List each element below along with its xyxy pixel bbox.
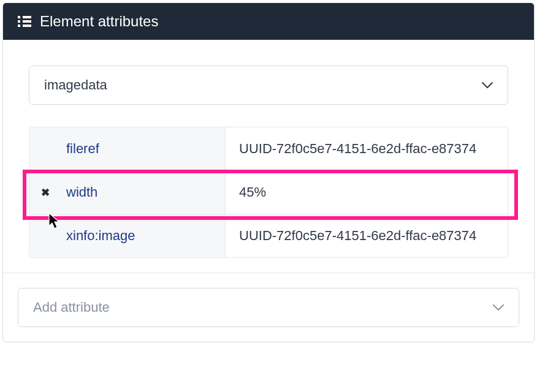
panel-header: Element attributes — [3, 3, 534, 40]
remove-icon[interactable]: ✖ — [40, 186, 50, 199]
attributes-table: ✖ fileref UUID-72f0c5e7-4151-6e2d-ffac-e… — [29, 127, 508, 258]
element-select-value: imagedata — [44, 77, 107, 93]
element-attributes-panel: Element attributes imagedata ✖ fileref U… — [2, 2, 535, 342]
panel-title: Element attributes — [40, 13, 158, 30]
attribute-name: width — [66, 184, 97, 200]
attribute-name-cell: ✖ width — [29, 171, 226, 214]
chevron-down-icon — [482, 82, 493, 88]
attribute-value-cell[interactable]: UUID-72f0c5e7-4151-6e2d-ffac-e87374 — [226, 214, 508, 257]
attribute-value-cell[interactable]: UUID-72f0c5e7-4151-6e2d-ffac-e87374 — [226, 127, 508, 170]
table-row[interactable]: ✖ xinfo:image UUID-72f0c5e7-4151-6e2d-ff… — [29, 214, 508, 257]
attribute-name: xinfo:image — [66, 228, 135, 244]
attribute-value-cell[interactable]: 45% — [226, 171, 508, 214]
chevron-down-icon — [493, 304, 504, 311]
table-row[interactable]: ✖ width 45% — [29, 171, 508, 214]
element-select[interactable]: imagedata — [29, 66, 508, 105]
attribute-name-cell: ✖ xinfo:image — [29, 214, 226, 257]
add-attribute-select[interactable]: Add attribute — [18, 288, 519, 327]
panel-body: imagedata ✖ fileref UUID-72f0c5e7-4151-6… — [3, 40, 534, 273]
attribute-name: fileref — [66, 141, 99, 157]
table-row[interactable]: ✖ fileref UUID-72f0c5e7-4151-6e2d-ffac-e… — [29, 127, 508, 171]
list-icon — [18, 16, 31, 27]
attribute-name-cell: ✖ fileref — [29, 127, 226, 170]
add-attribute-placeholder: Add attribute — [33, 300, 110, 315]
panel-footer: Add attribute — [3, 273, 534, 342]
